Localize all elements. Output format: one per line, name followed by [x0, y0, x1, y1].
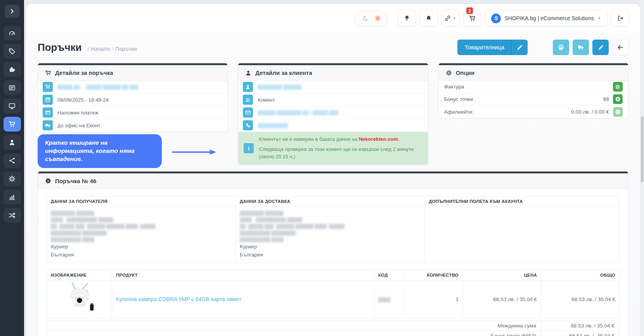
client-name-masked[interactable]: ████████ ██████	[258, 85, 301, 89]
logout-button[interactable]	[611, 10, 629, 26]
link-icon	[445, 15, 451, 21]
order-section-body: ДАННИ ЗА ПОЛУЧАТЕЛЯ ДАННИ ЗА ДОСТАВКА ДО…	[38, 189, 628, 336]
order-date-row: 08/09/2025 - 18:49:24	[38, 94, 227, 106]
payment-method-row: Наложен платеж	[38, 106, 227, 119]
delivery-column-header: ДАННИ ЗА ДОСТАВКА	[236, 196, 425, 206]
courier-line: Куриер	[51, 243, 232, 251]
waybill-button[interactable]: Товарителница	[457, 40, 528, 55]
sidebar-item-tools[interactable]	[3, 208, 21, 223]
masked-address-line: ██████████ ████	[51, 236, 232, 243]
pencil-icon	[517, 45, 523, 50]
affiliate-row: Афилиейти: 0.00 лв. / 0.00 €	[439, 106, 628, 118]
speedometer-icon	[9, 29, 16, 36]
sidebar-item-catalog[interactable]	[3, 44, 21, 59]
store-selector[interactable]: S SHOPIKA.bg | eCommerce Solutions	[485, 10, 608, 26]
recipient-column-header: ДАННИ ЗА ПОЛУЧАТЕЛЯ	[47, 196, 236, 206]
sidebar-item-reports[interactable]	[3, 190, 21, 204]
subtotal-row: Междинна сума 68.53 лв. / 35.04 €	[47, 320, 620, 331]
order-section-card: Поръчка № 46 ДАННИ ЗА ПОЛУЧАТЕЛЯ ДАННИ З…	[38, 171, 628, 336]
back-button[interactable]	[612, 40, 628, 55]
caret-down-icon	[452, 16, 456, 20]
add-bonus-points-button[interactable]	[613, 94, 623, 104]
sidebar-item-marketing[interactable]	[3, 153, 21, 168]
payment-method: Наложен платеж	[57, 110, 98, 116]
gear-icon	[615, 84, 620, 90]
client-details-card-header: Детайли за клиента	[238, 65, 428, 81]
cache-clear-button[interactable]	[398, 10, 416, 26]
main-area: 2 S SHOPIKA.bg | eCommerce Solutions Пор…	[24, 0, 644, 336]
masked-address-line: ██. █████ ███. ██████ ██████ ████ (█████	[51, 223, 232, 230]
breadcrumb: /Начало/Поръчки	[86, 46, 137, 52]
shuffle-icon	[9, 212, 16, 219]
sidebar-item-customers[interactable]	[3, 135, 21, 150]
options-card: Опции Фактура Бонус точки 68	[438, 63, 628, 118]
store-row: █████.██ — █████ ██████ ██ ███	[38, 81, 227, 94]
total-column-header: ОБЩО	[541, 270, 620, 280]
brand-label: SHOPIKA.bg | eCommerce Solutions	[504, 15, 594, 21]
invoice-settings-button[interactable]	[613, 82, 623, 92]
edit-order-button[interactable]	[592, 40, 609, 55]
order-datetime: 08/09/2025 - 18:49:24	[57, 97, 109, 103]
product-link[interactable]: Куполна камера COBRA 5MP с 64GB карта па…	[116, 296, 241, 302]
shipping-button[interactable]	[573, 40, 589, 55]
waybill-edit-segment[interactable]	[511, 40, 528, 55]
client-details-card: Детайли за клиента ████████ ██████ Клиен…	[238, 63, 428, 165]
user-icon	[9, 139, 16, 146]
product-price-cell: 68.53 лв. / 35.04 €	[463, 280, 541, 318]
bonus-points-discount-label: Бонус точки (6853)	[47, 331, 541, 336]
invoice-label: Фактура	[444, 84, 464, 90]
scrollbar-thumb[interactable]	[641, 116, 644, 182]
sidebar-item-dashboard[interactable]	[3, 26, 21, 40]
quantity-column-header: КОЛИЧЕСТВО	[405, 270, 463, 280]
masked-address-line: ████████ ██████	[240, 210, 421, 216]
sidebar-item-design[interactable]	[3, 99, 21, 113]
sidebar-item-orders[interactable]	[3, 117, 21, 132]
client-type-row: Клиент	[238, 94, 428, 106]
gear-icon	[9, 175, 16, 182]
sidebar-item-modules[interactable]	[3, 62, 21, 77]
quick-links-button[interactable]	[441, 10, 459, 26]
page-actions: Товарителница	[457, 40, 628, 55]
extra-fields-column-header: ДОПЪЛНИТЕЛНИ ПОЛЕТА КЪМ АКАУНТА	[425, 196, 620, 206]
client-phone-row: ██████████	[238, 119, 428, 132]
client-phone-masked[interactable]: ██████████	[258, 123, 288, 128]
shipping-method: до офис на Еконт	[57, 123, 100, 128]
sidebar-toggle-button[interactable]	[5, 5, 19, 18]
client-email-masked[interactable]: ██████.████████.██@█████.███	[258, 110, 338, 115]
print-button[interactable]	[553, 40, 569, 55]
product-image-cell	[47, 280, 112, 318]
price-column-header: ЦЕНА	[463, 270, 541, 280]
masked-address-line: ██████████ ████████)	[51, 230, 232, 236]
cart-icon	[9, 121, 16, 128]
gear-icon	[446, 70, 452, 76]
product-quantity-cell: 1	[405, 280, 463, 318]
theme-toggle[interactable]	[355, 11, 388, 26]
sidebar-item-settings[interactable]	[3, 171, 21, 186]
product-code-cell: ████	[374, 280, 405, 318]
sidebar-item-content[interactable]	[3, 80, 21, 95]
user-icon	[243, 82, 253, 92]
cart-icon	[43, 82, 53, 92]
bonus-points-row: Бонус точки 68	[439, 93, 628, 106]
bar-chart-icon	[9, 194, 16, 201]
bell-icon	[426, 15, 432, 21]
cart-button[interactable]: 2	[463, 10, 481, 26]
breadcrumb-home-link[interactable]: Начало	[91, 46, 110, 52]
store-link-masked[interactable]: █████.██ — █████ ██████ ██ ███	[57, 85, 138, 89]
order-section-header: Поръчка № 46	[38, 173, 628, 189]
sun-icon[interactable]	[374, 15, 381, 22]
order-details-card: Детайли за поръчка █████.██ — █████ ████…	[38, 63, 228, 132]
sidebar	[0, 0, 24, 336]
recipient-address-cell: ████████ ██████ ████ - ██████████ █████ …	[47, 206, 236, 262]
tag-icon	[9, 48, 16, 55]
share-icon	[9, 157, 16, 164]
product-row: Куполна камера COBRA 5MP с 64GB карта па…	[47, 280, 620, 318]
notice-line1: Клиентът не е намерен в базата данни на	[259, 136, 359, 142]
notifications-button[interactable]	[420, 10, 438, 26]
masked-address-line: ████████ ██████	[51, 210, 232, 216]
moon-icon[interactable]	[362, 15, 368, 22]
scrollbar[interactable]	[641, 0, 644, 336]
page-header: Поръчки /Начало/Поръчки Товарителница	[38, 40, 628, 55]
add-affiliate-button[interactable]	[613, 107, 623, 117]
caret-down-icon	[597, 16, 601, 20]
